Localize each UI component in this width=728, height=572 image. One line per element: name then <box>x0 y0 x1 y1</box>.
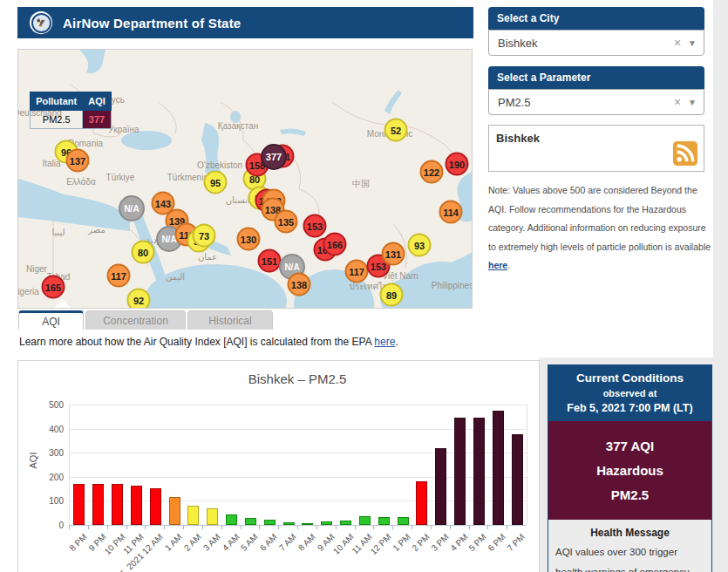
chart-bar <box>73 484 85 525</box>
chart-x-tick-label: 3 AM <box>201 532 222 553</box>
chevron-down-icon[interactable]: ▼ <box>686 98 697 107</box>
parameter-select-value: PM2.5 <box>498 96 669 109</box>
observed-at-label: observed at <box>552 388 708 398</box>
chart-x-tick <box>278 526 279 529</box>
chart-x-tick-label: 4 PM <box>448 532 469 553</box>
chart-x-tick <box>487 526 488 529</box>
aqi-marker[interactable]: 80 <box>132 241 155 264</box>
chart-x-tick-label: 7 AM <box>277 532 298 553</box>
chart-x-tick-label: 4 AM <box>220 532 241 553</box>
chart-y-tick-label: 500 <box>34 400 64 410</box>
city-select[interactable]: Bishkek × ▼ <box>488 30 704 56</box>
observed-datetime: Feb 5, 2021 7:00 PM (LT) <box>552 402 708 414</box>
chart-x-tick-label: 3 PM <box>429 532 450 553</box>
rss-icon[interactable] <box>673 141 697 166</box>
parameter-select[interactable]: PM2.5 × ▼ <box>488 89 704 115</box>
app-title: AirNow Department of State <box>63 16 241 31</box>
current-aqi-category: Hazardous <box>552 459 708 483</box>
chart-x-tick <box>392 526 393 529</box>
chart-x-tick-label: 1 PM <box>391 532 412 553</box>
aqi-marker[interactable]: 137 <box>66 149 90 173</box>
chart-y-tick-label: 300 <box>34 448 64 458</box>
aqi-marker[interactable]: 122 <box>420 160 444 184</box>
chart-x-tick <box>69 526 70 529</box>
chart-bar <box>112 484 123 525</box>
chart-y-tick-label: 200 <box>34 473 64 482</box>
chart-x-tick <box>355 526 356 529</box>
aqi-marker[interactable]: 166 <box>323 233 347 256</box>
map-markers-layer: 9613795N/A143139N/A112537380117165928015… <box>18 50 472 308</box>
chart-bar <box>207 508 218 525</box>
aqi-marker[interactable]: 89 <box>380 283 404 307</box>
chart-x-tick <box>202 526 203 529</box>
chevron-down-icon[interactable]: ▼ <box>686 38 697 48</box>
aqi-marker[interactable]: N/A <box>119 195 145 221</box>
aqi-marker[interactable]: 114 <box>439 201 463 224</box>
current-conditions-panel: Current Conditions observed at Feb 5, 20… <box>548 364 712 572</box>
chart-x-tick <box>336 526 337 529</box>
city-select-label: Select a City <box>488 7 704 30</box>
aqi-marker[interactable]: 190 <box>446 153 469 176</box>
chart-title: Bishkek – PM2.5 <box>69 371 526 386</box>
tab-concentration[interactable]: Concentration <box>85 310 186 330</box>
health-message-text: AQI values over 300 trigger health warni… <box>555 542 704 572</box>
current-conditions-header: Current Conditions observed at Feb 5, 20… <box>548 365 711 421</box>
aqi-marker[interactable]: 131 <box>382 242 405 266</box>
health-message-block: Health Message AQI values over 300 trigg… <box>548 520 711 572</box>
chart-x-tick-label: 6 PM <box>486 532 507 553</box>
chart-x-tick <box>164 526 165 529</box>
chart-x-tick-label: 7 PM <box>506 532 527 553</box>
aqi-marker[interactable]: 153 <box>303 214 327 238</box>
chart-bar <box>416 481 427 526</box>
aqi-marker[interactable]: 135 <box>275 210 298 234</box>
aqi-marker[interactable]: 138 <box>288 273 311 296</box>
popup-pollutant-header: Pollutant <box>31 92 83 111</box>
app-header: 🦅 AirNow Department of State <box>17 7 473 38</box>
aqi-marker[interactable]: 95 <box>204 171 228 194</box>
health-message-title: Health Message <box>555 527 704 539</box>
city-select-value: Bishkek <box>498 37 669 50</box>
chart-x-tick <box>221 526 222 529</box>
aqi-marker[interactable]: 165 <box>42 276 65 299</box>
popup-aqi-header: AQI <box>83 92 112 111</box>
chart-bar <box>226 514 237 525</box>
chart-x-tick-label: 8 PM <box>67 532 88 553</box>
chart-bar <box>131 486 142 525</box>
chart-bar <box>150 488 161 525</box>
aqi-marker[interactable]: 52 <box>384 119 408 142</box>
note-link[interactable]: here <box>488 260 507 270</box>
popup-table: Pollutant AQI PM2.5 377 <box>30 92 112 129</box>
chart-x-tick-label: 10 AM <box>331 532 356 556</box>
popup-aqi-value: 377 <box>83 111 112 129</box>
clear-icon[interactable]: × <box>669 95 686 109</box>
chart-x-tick <box>373 526 374 529</box>
chart-bar <box>187 506 199 525</box>
aqi-marker[interactable]: 73 <box>193 224 216 248</box>
aqi-marker[interactable]: 377 <box>261 144 287 170</box>
rss-feed-box: Bishkek <box>488 125 704 172</box>
chart-bar <box>398 517 409 525</box>
chart-x-tick <box>450 526 451 529</box>
aqi-marker[interactable]: 117 <box>345 260 369 283</box>
chart-bar <box>493 411 504 525</box>
current-conditions-title: Current Conditions <box>552 371 708 385</box>
clear-icon[interactable]: × <box>669 36 686 50</box>
chart-x-tick <box>183 526 184 529</box>
chart-bar <box>473 418 485 525</box>
chart-plot-area <box>69 405 527 525</box>
aqi-marker[interactable]: 151 <box>258 249 282 273</box>
aqi-marker[interactable]: 93 <box>408 234 432 257</box>
chart-bar <box>359 516 371 525</box>
aqi-map[interactable]: DeutschlandБеларусьУкраїнаRomaniaItaliaΕ… <box>17 49 473 309</box>
chart-y-tick-label: 0 <box>34 521 64 530</box>
aqi-marker[interactable]: 117 <box>107 264 131 288</box>
chart-bar <box>454 418 466 525</box>
tab-historical[interactable]: Historical <box>187 310 273 330</box>
aqi-marker[interactable]: 92 <box>127 289 151 310</box>
chart-x-tick <box>297 526 298 529</box>
chart-x-tick-label: 2 AM <box>182 532 203 553</box>
popup-pollutant-value: PM2.5 <box>31 111 83 129</box>
aqi-marker[interactable]: 130 <box>237 228 261 251</box>
learn-more-link[interactable]: here <box>374 336 395 348</box>
tab-aqi[interactable]: AQI <box>18 310 84 330</box>
